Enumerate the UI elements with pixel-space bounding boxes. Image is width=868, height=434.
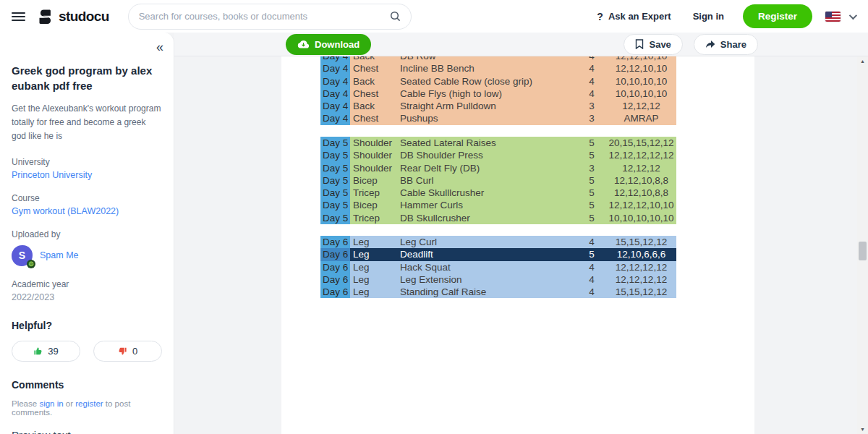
document-info-sidebar: « Greek god program by alex eubank pdf f…: [0, 33, 174, 434]
reps-cell: 12,12,10,8,8: [606, 174, 676, 187]
workout-row: Day 5TricepCable Skulllcrusher512,12,10,…: [320, 187, 676, 199]
sets-cell: 4: [577, 75, 606, 88]
workout-row: Day 5BicepHammer Curls512,12,12,10,10: [320, 199, 676, 211]
workout-row: Day 4BackDB Row412,12,10,10: [320, 56, 676, 62]
sets-cell: 5: [577, 187, 606, 199]
workout-row: Day 6LegLeg Extension412,12,12,12: [320, 273, 676, 286]
reps-cell: 20,15,15,12,12: [606, 137, 676, 149]
day-cell: Day 5: [320, 199, 350, 211]
sets-cell: 3: [577, 112, 606, 124]
ex-cell: Leg Extension: [396, 273, 577, 286]
ask-expert-label: Ask an Expert: [608, 11, 671, 22]
workout-table: Day 4BackDB Row412,12,10,10Day 4ChestInc…: [320, 56, 676, 125]
thumbs-up-icon: [33, 346, 43, 356]
muscle-cell: Leg: [350, 236, 396, 248]
muscle-cell: Leg: [350, 261, 396, 273]
day-cell: Day 5: [320, 137, 350, 149]
studocu-logo-icon: [37, 8, 54, 25]
comments-sign-in-link[interactable]: sign in: [39, 399, 63, 408]
workout-row: Day 4BackStraight Arm Pulldown312,12,12: [320, 100, 676, 112]
search-bar[interactable]: [128, 4, 412, 30]
preview-text-heading: Preview text: [12, 429, 162, 434]
muscle-cell: Back: [350, 75, 396, 88]
workout-row: Day 5ShoulderDB Shoulder Press512,12,12,…: [320, 149, 676, 161]
menu-icon[interactable]: [12, 12, 25, 21]
sets-cell: 5: [577, 199, 606, 211]
ex-cell: Pushups: [396, 112, 577, 124]
upvote-button[interactable]: 39: [12, 341, 80, 362]
muscle-cell: Shoulder: [350, 149, 396, 161]
workout-row: Day 4ChestPushups3AMRAP: [320, 112, 676, 124]
document-title: Greek god program by alex eubank pdf fre…: [12, 63, 162, 93]
downvote-count: 0: [132, 346, 137, 357]
day-cell: Day 5: [320, 212, 350, 224]
comments-register-link[interactable]: register: [75, 399, 103, 408]
document-scrollbar-thumb[interactable]: [859, 242, 867, 260]
ex-cell: Leg Curl: [396, 236, 577, 248]
day-cell: Day 6: [320, 248, 350, 260]
us-flag-icon[interactable]: [825, 12, 841, 22]
save-button[interactable]: Save: [624, 34, 682, 55]
muscle-cell: Back: [350, 100, 396, 112]
muscle-cell: Bicep: [350, 174, 396, 187]
doc-scroll-up-icon[interactable]: ▲: [860, 56, 865, 66]
workout-row: Day 5TricepDB Skullcrusher510,10,10,10,1…: [320, 212, 676, 224]
question-icon: ?: [597, 11, 603, 22]
workout-row: Day 5BicepBB Curl512,12,10,8,8: [320, 174, 676, 187]
workout-table: Day 6LegLeg Curl415,15,12,12Day 6LegDead…: [320, 236, 676, 298]
muscle-cell: Leg: [350, 273, 396, 286]
sets-cell: 5: [577, 174, 606, 187]
bookmark-icon: [635, 39, 644, 49]
sets-cell: 4: [577, 56, 606, 62]
reps-cell: 12,12,10,10: [606, 62, 676, 75]
comments-signin-prompt: Please sign in or register to post comme…: [12, 399, 162, 417]
ex-cell: BB Curl: [396, 174, 577, 187]
document-description: Get the Alexeubank's workout program tot…: [12, 102, 162, 144]
search-input[interactable]: [139, 11, 390, 22]
sign-in-link[interactable]: Sign in: [693, 11, 724, 22]
uploader-avatar[interactable]: S ⚙: [12, 245, 33, 266]
reps-cell: AMRAP: [606, 112, 676, 124]
studocu-logo[interactable]: studocu: [37, 8, 109, 25]
workout-row: Day 4ChestCable Flys (high to low)410,10…: [320, 88, 676, 100]
muscle-cell: Chest: [350, 112, 396, 124]
uploader-link[interactable]: Spam Me: [40, 250, 79, 260]
reps-cell: 12,12,10,10: [606, 56, 676, 62]
day-cell: Day 4: [320, 62, 350, 75]
sets-cell: 4: [577, 286, 606, 298]
share-button[interactable]: Share: [694, 34, 758, 55]
sets-cell: 5: [577, 137, 606, 149]
university-link[interactable]: Princeton University: [12, 170, 162, 180]
ex-cell: Cable Skulllcrusher: [396, 187, 577, 199]
ex-cell: Cable Flys (high to low): [396, 88, 577, 100]
search-icon[interactable]: [390, 11, 401, 22]
sets-cell: 4: [577, 88, 606, 100]
muscle-cell: Back: [350, 56, 396, 62]
document-viewer-area: Download Save Share Day 4BackDB Row412,1…: [174, 33, 868, 434]
ex-cell: DB Skullcrusher: [396, 212, 577, 224]
reps-cell: 12,12,12: [606, 100, 676, 112]
doc-scroll-down-icon[interactable]: ▼: [860, 425, 865, 434]
course-link[interactable]: Gym workout (BLAW2022): [12, 206, 162, 216]
register-button[interactable]: Register: [743, 4, 812, 28]
day-cell: Day 6: [320, 261, 350, 273]
share-icon: [705, 40, 715, 49]
collapse-sidebar-icon[interactable]: «: [156, 40, 163, 55]
muscle-cell: Tricep: [350, 187, 396, 199]
download-button[interactable]: Download: [286, 34, 371, 55]
day-cell: Day 4: [320, 56, 350, 62]
muscle-cell: Chest: [350, 88, 396, 100]
downvote-button[interactable]: 0: [93, 341, 162, 362]
day-cell: Day 6: [320, 236, 350, 248]
language-chevron-down-icon[interactable]: [849, 11, 857, 19]
workout-table: Day 5ShoulderSeated Lateral Raises520,15…: [320, 137, 676, 224]
workout-row: Day 4BackSeated Cable Row (close grip)41…: [320, 75, 676, 88]
ask-expert-link[interactable]: ? Ask an Expert: [597, 11, 671, 22]
comments-heading: Comments: [12, 379, 162, 391]
workout-row: Day 5ShoulderSeated Lateral Raises520,15…: [320, 137, 676, 149]
reps-cell: 12,12,10,8,8: [606, 187, 676, 199]
document-scrollbar[interactable]: ▲ ▼: [857, 56, 868, 434]
muscle-cell: Shoulder: [350, 162, 396, 174]
day-cell: Day 6: [320, 273, 350, 286]
workout-row: Day 6LegDeadlift512,10,6,6,6: [320, 248, 676, 260]
